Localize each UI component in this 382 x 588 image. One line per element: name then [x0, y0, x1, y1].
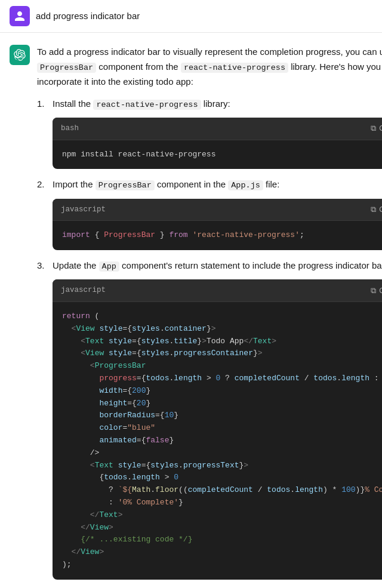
step-1-number: 1. [37, 97, 49, 112]
copy-button-2[interactable]: ⧉ Copy code [368, 204, 382, 216]
code-lang-3: javascript [61, 284, 106, 297]
step-2-code: ProgressBar [96, 180, 155, 190]
code-body-3: return ( <View style={styles.container}>… [53, 302, 382, 580]
steps-list: 1. Install the react-native-progress lib… [37, 97, 382, 580]
library-code: react-native-progress [181, 63, 288, 73]
step-1-code: react-native-progress [93, 100, 201, 110]
code-block-3: javascript ⧉ Copy code return ( <View st… [53, 279, 382, 579]
copy-button-1[interactable]: ⧉ Copy code [368, 122, 382, 134]
code-lang-2: javascript [61, 204, 106, 216]
progressbar-code: ProgressBar [37, 63, 96, 73]
code-block-1: bash ⧉ Copy code npm install react-nativ… [53, 118, 382, 169]
code-body-2: import { ProgressBar } from 'react-nativ… [53, 221, 382, 250]
step-3-number: 3. [37, 258, 49, 273]
step-2-text: Import the ProgressBar component in the … [53, 179, 279, 189]
step-2-code2: App.js [228, 180, 263, 190]
code-block-2: javascript ⧉ Copy code import { Progress… [53, 199, 382, 250]
intro-paragraph: To add a progress indicator bar to visua… [37, 45, 382, 90]
step-3-code: App [99, 261, 119, 272]
step-3-text: Update the App component's return statem… [53, 260, 382, 270]
step-3: 3. Update the App component's return sta… [37, 258, 382, 580]
copy-label-3: Copy code [379, 287, 382, 295]
code-lang-1: bash [61, 122, 79, 135]
code-header-3: javascript ⧉ Copy code [53, 279, 382, 302]
step-2-content: Import the ProgressBar component in the … [53, 177, 382, 250]
bot-message: To add a progress indicator bar to visua… [10, 45, 372, 588]
step-2-number: 2. [37, 177, 49, 192]
user-avatar [10, 6, 30, 26]
code-header-1: bash ⧉ Copy code [53, 118, 382, 140]
copy-label-2: Copy code [379, 205, 382, 214]
step-1-content: Install the react-native-progress librar… [53, 97, 382, 170]
step-2: 2. Import the ProgressBar component in t… [37, 177, 382, 250]
code-header-2: javascript ⧉ Copy code [53, 199, 382, 221]
bot-avatar [10, 45, 30, 65]
header-title: add progress indicator bar [36, 9, 140, 23]
app-header: add progress indicator bar [0, 0, 382, 33]
copy-icon-3: ⧉ [371, 286, 376, 295]
message-body: To add a progress indicator bar to visua… [37, 45, 382, 588]
code-body-1: npm install react-native-progress [53, 140, 382, 170]
copy-button-3[interactable]: ⧉ Copy code [368, 285, 382, 297]
copy-label-1: Copy code [379, 124, 382, 133]
step-1: 1. Install the react-native-progress lib… [37, 97, 382, 170]
step-3-content: Update the App component's return statem… [53, 258, 382, 580]
conversation-area: To add a progress indicator bar to visua… [0, 33, 382, 588]
copy-icon-1: ⧉ [371, 124, 376, 133]
copy-icon-2: ⧉ [371, 205, 376, 214]
step-1-text: Install the react-native-progress librar… [53, 98, 230, 109]
